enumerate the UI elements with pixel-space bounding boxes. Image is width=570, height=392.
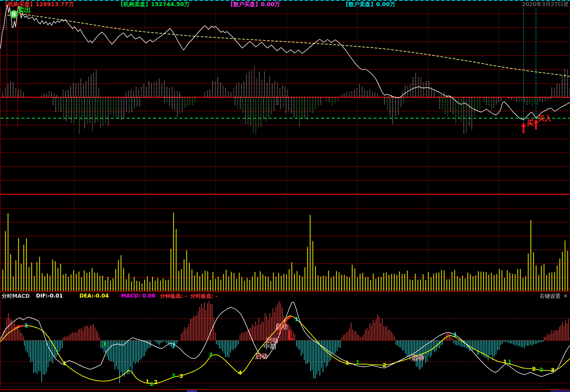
macd-number-marker: 1	[63, 360, 66, 367]
retail-buy-label: 【散户买盘】0.00万	[228, 1, 280, 8]
average-price-line	[8, 14, 570, 77]
macd-number-marker: 2	[382, 362, 386, 368]
macd-number-marker: 1	[345, 359, 349, 366]
retail-sell-label: 【散户卖盘】0.00万	[343, 1, 395, 8]
date-label: 2020年3月27日星	[522, 1, 569, 8]
buy-signal-label: 买入	[538, 114, 551, 123]
chart-canvas[interactable]: 11112233441112111223启动启动中期启动启动	[0, 0, 570, 392]
dif-value: DIF:-0.01	[36, 293, 63, 299]
macd-number-marker: 1	[356, 359, 360, 365]
scrollbar-thumb[interactable]	[187, 390, 197, 392]
buy-arrow-icon	[521, 123, 526, 133]
macd-number-marker: 4	[238, 369, 242, 376]
macd-annotation: 中期	[264, 343, 276, 350]
macd-number-marker: 2	[539, 366, 543, 373]
macd-annotation: 启动	[255, 352, 268, 360]
dea-value: DEA:-0.04	[79, 293, 109, 299]
macd-number-marker: 3	[551, 367, 555, 373]
macd-number-marker: 1	[145, 378, 149, 385]
macd-header: 分时MACD DIF:-0.01 DEA:-0.04 MACD: 0.06 分钟…	[0, 293, 570, 300]
institutional-buy-label: 【机构买盘】128913.77万	[2, 1, 74, 8]
macd-annotation: 启动	[275, 323, 288, 330]
macd-number-marker: 1	[453, 331, 457, 338]
macd-number-marker: 2	[154, 379, 158, 385]
buy-signal-label-short: 买	[527, 118, 533, 127]
macd-number-marker: 1	[24, 322, 28, 329]
macd-number-marker: 3	[179, 373, 183, 379]
bottom-scrollbar	[0, 390, 570, 392]
macd-number-marker: 2	[150, 381, 153, 387]
stock-app-window: 11112233441112111223启动启动中期启动启动 【机构买盘】128…	[0, 0, 570, 392]
macd-number-marker: 4	[209, 351, 213, 358]
right-click-settings-button[interactable]: 右键设置	[540, 293, 561, 300]
close-icon[interactable]: ×	[563, 293, 568, 299]
minute-board-bottom-label: 分钟板底: -	[160, 293, 187, 300]
institutional-sell-label: 【机构卖盘】152744.50万	[118, 1, 189, 8]
macd-value: MACD: 0.06	[121, 293, 155, 299]
top-dashed-border	[0, 0, 570, 1]
macd-number-marker: 3	[171, 372, 175, 379]
macd-annotation: 启动	[411, 354, 424, 361]
macd-number-marker: 1	[503, 358, 507, 365]
macd-number-marker: 2	[532, 365, 536, 372]
macd-panel-title: 分时MACD	[2, 293, 30, 300]
scrollbar-segment	[550, 390, 570, 392]
intraday-board-bottom-label: 分时板底: -	[190, 293, 217, 300]
pressure-badge: 压	[10, 10, 18, 19]
header-bar: 【机构买盘】128913.77万 【机构卖盘】152744.50万 【散户买盘】…	[0, 0, 570, 7]
macd-number-marker: 1	[295, 316, 299, 322]
macd-number-marker: 1	[103, 341, 106, 347]
macd-number-marker: 1	[508, 358, 512, 365]
dif-line	[0, 302, 570, 377]
price-line	[1, 5, 570, 120]
